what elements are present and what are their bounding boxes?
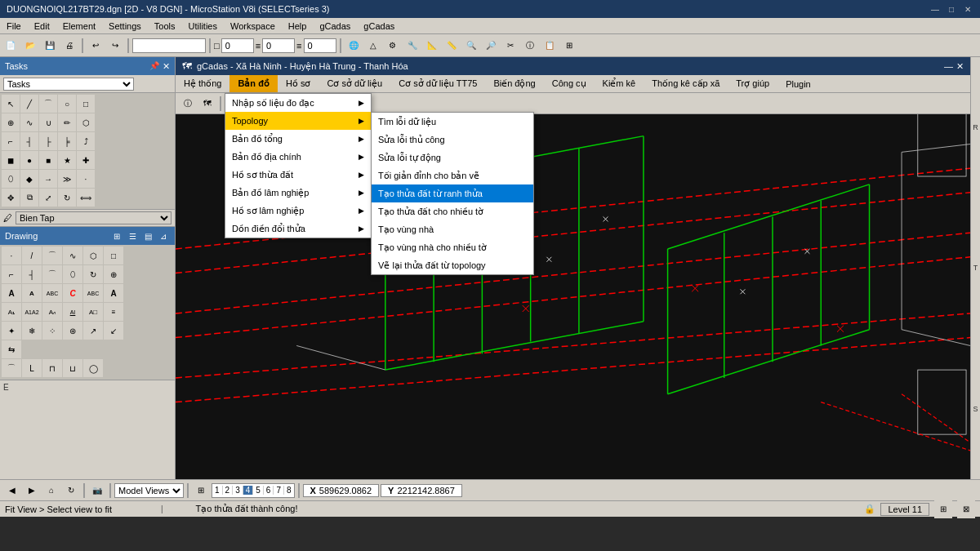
gcadas-close[interactable]: ✕ xyxy=(956,61,964,72)
gcadas-menu-congcu[interactable]: Công cụ xyxy=(544,75,595,92)
menu-edit[interactable]: Edit xyxy=(28,18,56,33)
gcadas-menu-plugin[interactable]: Plugin xyxy=(777,75,819,92)
tab-8[interactable]: 8 xyxy=(284,486,294,495)
tool-circle[interactable]: ● xyxy=(20,151,38,169)
tool-square[interactable]: ■ xyxy=(39,151,57,169)
model-views-select[interactable]: Model Views xyxy=(114,483,184,498)
tb-tools3[interactable]: 📐 xyxy=(423,37,441,55)
text-A1[interactable]: A xyxy=(2,284,21,302)
draw-extra3[interactable]: ⊓ xyxy=(42,359,62,377)
tao-thua-nhieu-to-item[interactable]: Tạo thửa đất cho nhiều tờ xyxy=(372,202,533,220)
draw-extra5[interactable]: ◯ xyxy=(83,359,103,377)
gcadas-menu-bando[interactable]: Bản đồ xyxy=(229,75,277,92)
menu-help[interactable]: Help xyxy=(282,18,314,33)
text-ABC[interactable]: ABC xyxy=(42,284,62,302)
tool-chevron[interactable]: ≫ xyxy=(58,170,76,188)
tool-diamond[interactable]: ◆ xyxy=(20,170,38,188)
dim-A6[interactable]: ≡ xyxy=(104,303,123,321)
tool-arc[interactable]: ⌒ xyxy=(39,95,57,113)
text-ABC2[interactable]: ABC xyxy=(83,284,103,302)
tab-7[interactable]: 7 xyxy=(274,486,284,495)
tool-ellipse[interactable]: ○ xyxy=(58,95,76,113)
tab-6[interactable]: 6 xyxy=(264,486,274,495)
tb-open[interactable]: 📂 xyxy=(21,37,39,55)
tb-input-0c[interactable] xyxy=(304,38,336,53)
gcadas-menu-thongke[interactable]: Thống kê cấp xã xyxy=(644,75,728,92)
tool-trim[interactable]: ┤ xyxy=(20,132,38,150)
draw-extra4[interactable]: ⊔ xyxy=(63,359,82,377)
tb-globe[interactable]: 🌐 xyxy=(345,37,363,55)
tool-copy[interactable]: ⧉ xyxy=(20,189,38,207)
nav-back[interactable]: ◀ xyxy=(3,482,21,500)
draw-extra1[interactable]: ⌒ xyxy=(2,359,21,377)
gcadas-menu-trogiup[interactable]: Trợ giúp xyxy=(728,75,777,92)
bien-tap-select[interactable]: Bien Tap xyxy=(16,211,172,224)
tb-tools5[interactable]: 🔍 xyxy=(462,37,480,55)
don-dien-doi-thua-item[interactable]: Dồn điền đổi thửa ▶ xyxy=(225,220,371,238)
tb-tools2[interactable]: 🔧 xyxy=(403,37,421,55)
tb-redo[interactable]: ↪ xyxy=(106,37,124,55)
sym-xarr[interactable]: ↙ xyxy=(104,322,123,340)
nav-home[interactable]: ⌂ xyxy=(42,482,60,500)
text-A3[interactable]: A xyxy=(104,284,123,302)
dim-A1[interactable]: A₁ xyxy=(2,303,21,321)
tab-3[interactable]: 3 xyxy=(233,486,243,495)
tool-round[interactable]: ⬯ xyxy=(2,170,20,188)
gcadas-menu-csdltt75[interactable]: Cơ sở dữ liệu TT75 xyxy=(390,75,485,92)
tao-thua-dat-item[interactable]: Tạo thửa đất từ ranh thửa xyxy=(372,184,533,202)
tb-tools6[interactable]: 🔎 xyxy=(482,37,500,55)
tb-input-0a[interactable] xyxy=(221,38,254,53)
gcadas-menu-csdl[interactable]: Cơ sở dữ liệu xyxy=(318,75,390,92)
maximize-btn[interactable]: □ xyxy=(946,3,957,15)
tool-polygon[interactable]: ⬡ xyxy=(77,113,95,131)
dim-A4[interactable]: AI xyxy=(63,303,82,321)
tool-offset[interactable]: ⤴ xyxy=(77,132,95,150)
sym-dots[interactable]: ⁘ xyxy=(42,322,62,340)
tool-star[interactable]: ★ xyxy=(58,151,76,169)
tool-mirror[interactable]: ⟺ xyxy=(77,189,95,207)
status-btn2[interactable]: ⊠ xyxy=(957,500,975,518)
tool-extend[interactable]: ├ xyxy=(39,132,57,150)
tool-arrow[interactable]: ↖ xyxy=(2,95,20,113)
sym-sun[interactable]: ⊛ xyxy=(63,322,82,340)
tb-input-0b[interactable] xyxy=(262,38,295,53)
menu-gcadas1[interactable]: gCadas xyxy=(313,18,357,33)
menu-utilities[interactable]: Utilities xyxy=(182,18,224,33)
dim-A2[interactable]: A1A2 xyxy=(22,303,42,321)
sym-arr[interactable]: ↗ xyxy=(83,322,103,340)
text-A2[interactable]: A xyxy=(22,284,42,302)
list-icon[interactable]: ☰ xyxy=(126,229,139,242)
tb-print[interactable]: 🖨 xyxy=(60,37,78,55)
tool-connect[interactable]: ╞ xyxy=(58,132,76,150)
tb-tools9[interactable]: 📋 xyxy=(541,37,559,55)
draw-c4[interactable]: ⬯ xyxy=(63,265,82,283)
ban-do-dia-chinh-item[interactable]: Bản đồ địa chính ▶ xyxy=(225,148,371,166)
tool-fill[interactable]: ◼ xyxy=(2,151,20,169)
close-btn[interactable]: ✕ xyxy=(962,3,973,15)
gcadas-menu-biendong[interactable]: Biến động xyxy=(485,75,543,92)
tb-tools10[interactable]: ⊞ xyxy=(560,37,578,55)
tao-vung-nha-nhieu-to-item[interactable]: Tạo vùng nhà cho nhiều tờ xyxy=(372,238,533,256)
minimize-btn[interactable]: — xyxy=(929,3,941,15)
draw-poly2[interactable]: ⬡ xyxy=(83,247,103,264)
tab-5[interactable]: 5 xyxy=(253,486,264,495)
tab-1[interactable]: 1 xyxy=(212,486,223,495)
draw-c6[interactable]: ⊕ xyxy=(104,265,123,283)
tool-cross[interactable]: ✚ xyxy=(77,151,95,169)
gcadas-minimize[interactable]: — xyxy=(944,61,953,72)
expand-icon[interactable]: ⊿ xyxy=(157,229,170,242)
gcadas-menu-hethong[interactable]: Hệ thống xyxy=(176,75,229,92)
grid-icon[interactable]: ⊞ xyxy=(110,229,123,242)
tool-scale[interactable]: ⤢ xyxy=(39,189,57,207)
tool-dot[interactable]: · xyxy=(77,170,95,188)
ho-so-thua-dat-item[interactable]: Hồ sơ thừa đất ▶ xyxy=(225,166,371,184)
menu-icon[interactable]: ▤ xyxy=(141,229,154,242)
menu-element[interactable]: Element xyxy=(56,18,102,33)
tool-node[interactable]: ⊕ xyxy=(2,113,20,131)
draw-rect2[interactable]: □ xyxy=(104,247,123,264)
tasks-pin-btn[interactable]: 📌 xyxy=(149,61,159,72)
draw-c3[interactable]: ⌒ xyxy=(42,265,62,283)
draw-c2[interactable]: ┤ xyxy=(22,265,42,283)
tb-tools1[interactable]: ⚙ xyxy=(384,37,402,55)
gcadas-menu-kiemke[interactable]: Kiểm kê xyxy=(595,75,644,92)
